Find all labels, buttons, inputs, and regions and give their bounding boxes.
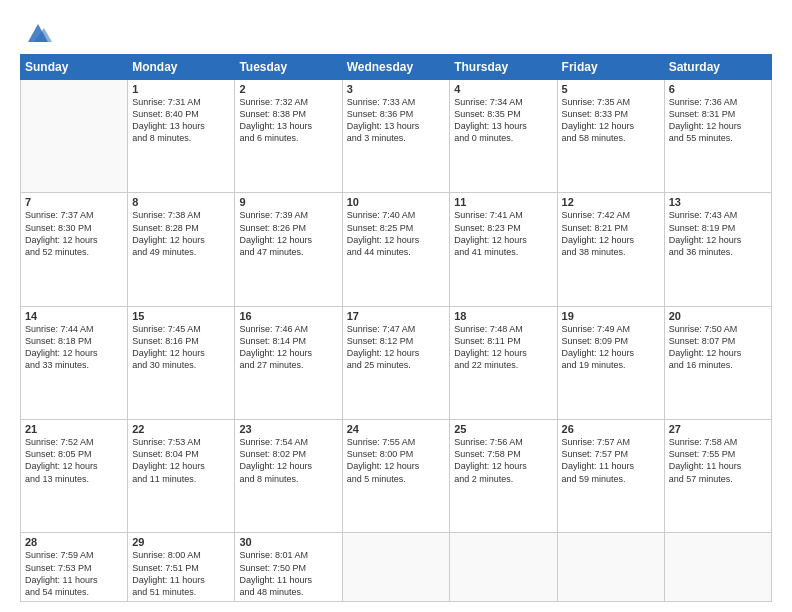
col-header-monday: Monday [128,55,235,80]
calendar-cell: 29Sunrise: 8:00 AM Sunset: 7:51 PM Dayli… [128,533,235,602]
day-info: Sunrise: 7:41 AM Sunset: 8:23 PM Dayligh… [454,209,552,258]
day-info: Sunrise: 7:47 AM Sunset: 8:12 PM Dayligh… [347,323,446,372]
calendar-cell: 15Sunrise: 7:45 AM Sunset: 8:16 PM Dayli… [128,306,235,419]
day-info: Sunrise: 8:01 AM Sunset: 7:50 PM Dayligh… [239,549,337,598]
logo-icon [24,18,52,46]
day-info: Sunrise: 7:35 AM Sunset: 8:33 PM Dayligh… [562,96,660,145]
day-number: 5 [562,83,660,95]
day-info: Sunrise: 7:32 AM Sunset: 8:38 PM Dayligh… [239,96,337,145]
day-info: Sunrise: 7:48 AM Sunset: 8:11 PM Dayligh… [454,323,552,372]
day-number: 9 [239,196,337,208]
calendar-cell: 25Sunrise: 7:56 AM Sunset: 7:58 PM Dayli… [450,420,557,533]
day-info: Sunrise: 7:39 AM Sunset: 8:26 PM Dayligh… [239,209,337,258]
calendar-cell: 27Sunrise: 7:58 AM Sunset: 7:55 PM Dayli… [664,420,771,533]
calendar-cell: 17Sunrise: 7:47 AM Sunset: 8:12 PM Dayli… [342,306,450,419]
day-number: 14 [25,310,123,322]
day-number: 2 [239,83,337,95]
day-info: Sunrise: 7:37 AM Sunset: 8:30 PM Dayligh… [25,209,123,258]
day-info: Sunrise: 7:31 AM Sunset: 8:40 PM Dayligh… [132,96,230,145]
day-info: Sunrise: 7:43 AM Sunset: 8:19 PM Dayligh… [669,209,767,258]
calendar-cell [21,80,128,193]
day-info: Sunrise: 7:49 AM Sunset: 8:09 PM Dayligh… [562,323,660,372]
day-number: 26 [562,423,660,435]
day-info: Sunrise: 7:57 AM Sunset: 7:57 PM Dayligh… [562,436,660,485]
day-number: 17 [347,310,446,322]
day-number: 27 [669,423,767,435]
day-info: Sunrise: 7:42 AM Sunset: 8:21 PM Dayligh… [562,209,660,258]
col-header-tuesday: Tuesday [235,55,342,80]
day-number: 11 [454,196,552,208]
day-info: Sunrise: 7:46 AM Sunset: 8:14 PM Dayligh… [239,323,337,372]
header [20,18,772,46]
col-header-thursday: Thursday [450,55,557,80]
day-number: 6 [669,83,767,95]
week-row-1: 1Sunrise: 7:31 AM Sunset: 8:40 PM Daylig… [21,80,772,193]
day-info: Sunrise: 7:36 AM Sunset: 8:31 PM Dayligh… [669,96,767,145]
calendar-cell [557,533,664,602]
day-number: 1 [132,83,230,95]
day-info: Sunrise: 7:50 AM Sunset: 8:07 PM Dayligh… [669,323,767,372]
header-row: SundayMondayTuesdayWednesdayThursdayFrid… [21,55,772,80]
day-info: Sunrise: 7:54 AM Sunset: 8:02 PM Dayligh… [239,436,337,485]
day-number: 10 [347,196,446,208]
page: SundayMondayTuesdayWednesdayThursdayFrid… [0,0,792,612]
day-number: 24 [347,423,446,435]
calendar-cell [450,533,557,602]
week-row-5: 28Sunrise: 7:59 AM Sunset: 7:53 PM Dayli… [21,533,772,602]
calendar-cell: 22Sunrise: 7:53 AM Sunset: 8:04 PM Dayli… [128,420,235,533]
day-info: Sunrise: 7:58 AM Sunset: 7:55 PM Dayligh… [669,436,767,485]
calendar-cell: 9Sunrise: 7:39 AM Sunset: 8:26 PM Daylig… [235,193,342,306]
day-number: 7 [25,196,123,208]
calendar-cell: 8Sunrise: 7:38 AM Sunset: 8:28 PM Daylig… [128,193,235,306]
calendar-cell: 16Sunrise: 7:46 AM Sunset: 8:14 PM Dayli… [235,306,342,419]
calendar-cell: 7Sunrise: 7:37 AM Sunset: 8:30 PM Daylig… [21,193,128,306]
day-info: Sunrise: 7:52 AM Sunset: 8:05 PM Dayligh… [25,436,123,485]
calendar-cell: 5Sunrise: 7:35 AM Sunset: 8:33 PM Daylig… [557,80,664,193]
day-number: 16 [239,310,337,322]
week-row-4: 21Sunrise: 7:52 AM Sunset: 8:05 PM Dayli… [21,420,772,533]
day-info: Sunrise: 8:00 AM Sunset: 7:51 PM Dayligh… [132,549,230,598]
calendar-cell: 30Sunrise: 8:01 AM Sunset: 7:50 PM Dayli… [235,533,342,602]
col-header-sunday: Sunday [21,55,128,80]
day-info: Sunrise: 7:33 AM Sunset: 8:36 PM Dayligh… [347,96,446,145]
calendar-cell: 12Sunrise: 7:42 AM Sunset: 8:21 PM Dayli… [557,193,664,306]
day-number: 22 [132,423,230,435]
calendar-cell: 13Sunrise: 7:43 AM Sunset: 8:19 PM Dayli… [664,193,771,306]
calendar-cell [664,533,771,602]
col-header-wednesday: Wednesday [342,55,450,80]
day-number: 3 [347,83,446,95]
calendar-cell: 19Sunrise: 7:49 AM Sunset: 8:09 PM Dayli… [557,306,664,419]
calendar-cell: 14Sunrise: 7:44 AM Sunset: 8:18 PM Dayli… [21,306,128,419]
day-number: 13 [669,196,767,208]
col-header-friday: Friday [557,55,664,80]
day-number: 12 [562,196,660,208]
calendar-cell: 24Sunrise: 7:55 AM Sunset: 8:00 PM Dayli… [342,420,450,533]
calendar-cell: 1Sunrise: 7:31 AM Sunset: 8:40 PM Daylig… [128,80,235,193]
calendar-cell: 11Sunrise: 7:41 AM Sunset: 8:23 PM Dayli… [450,193,557,306]
logo [20,18,52,46]
day-info: Sunrise: 7:55 AM Sunset: 8:00 PM Dayligh… [347,436,446,485]
day-info: Sunrise: 7:38 AM Sunset: 8:28 PM Dayligh… [132,209,230,258]
calendar-cell: 4Sunrise: 7:34 AM Sunset: 8:35 PM Daylig… [450,80,557,193]
day-number: 23 [239,423,337,435]
day-number: 8 [132,196,230,208]
calendar-cell: 28Sunrise: 7:59 AM Sunset: 7:53 PM Dayli… [21,533,128,602]
day-number: 19 [562,310,660,322]
calendar-cell: 23Sunrise: 7:54 AM Sunset: 8:02 PM Dayli… [235,420,342,533]
calendar-cell: 20Sunrise: 7:50 AM Sunset: 8:07 PM Dayli… [664,306,771,419]
col-header-saturday: Saturday [664,55,771,80]
day-info: Sunrise: 7:56 AM Sunset: 7:58 PM Dayligh… [454,436,552,485]
calendar-cell [342,533,450,602]
day-number: 15 [132,310,230,322]
day-number: 25 [454,423,552,435]
day-number: 28 [25,536,123,548]
calendar-cell: 10Sunrise: 7:40 AM Sunset: 8:25 PM Dayli… [342,193,450,306]
day-info: Sunrise: 7:59 AM Sunset: 7:53 PM Dayligh… [25,549,123,598]
day-number: 4 [454,83,552,95]
calendar-cell: 3Sunrise: 7:33 AM Sunset: 8:36 PM Daylig… [342,80,450,193]
day-number: 29 [132,536,230,548]
week-row-3: 14Sunrise: 7:44 AM Sunset: 8:18 PM Dayli… [21,306,772,419]
calendar-table: SundayMondayTuesdayWednesdayThursdayFrid… [20,54,772,602]
day-info: Sunrise: 7:45 AM Sunset: 8:16 PM Dayligh… [132,323,230,372]
day-number: 21 [25,423,123,435]
